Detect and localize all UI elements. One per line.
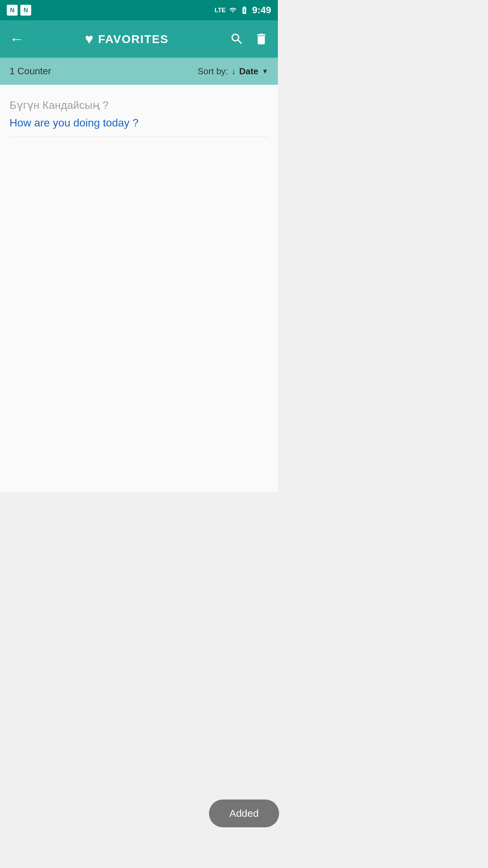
signal-icon <box>229 6 237 14</box>
n-icon-1: N <box>7 5 18 16</box>
app-title: FAVORITES <box>98 33 168 46</box>
sort-direction-icon: ↓ <box>231 66 236 77</box>
n-icon-2: N <box>20 5 31 16</box>
status-bar: N N LTE 9:49 <box>0 0 278 20</box>
sort-dropdown-icon[interactable]: ▼ <box>262 67 268 75</box>
status-bar-left: N N <box>7 5 31 16</box>
app-bar-actions <box>230 32 268 46</box>
heart-icon: ♥ <box>85 31 93 47</box>
content-area: Бүгүн Кандайсың ? How are you doing toda… <box>0 85 278 492</box>
status-time: 9:49 <box>252 5 271 16</box>
back-button[interactable]: ← <box>9 31 24 47</box>
search-button[interactable] <box>230 32 244 46</box>
sort-section[interactable]: Sort by: ↓ Date ▼ <box>198 66 268 77</box>
sort-label: Sort by: <box>198 66 228 77</box>
counter-text: 1 Counter <box>9 66 51 77</box>
battery-icon <box>240 6 249 15</box>
status-bar-right: LTE 9:49 <box>215 5 271 16</box>
lte-indicator: LTE <box>215 7 226 14</box>
phrase-item[interactable]: Бүгүн Кандайсың ? How are you doing toda… <box>9 92 268 137</box>
app-bar-center: ♥ FAVORITES <box>85 31 168 47</box>
sort-value: Date <box>239 66 258 77</box>
phrase-original: Бүгүн Кандайсың ? <box>9 98 268 113</box>
app-bar: ← ♥ FAVORITES <box>0 20 278 58</box>
phrase-translation: How are you doing today ? <box>9 116 268 130</box>
delete-button[interactable] <box>254 32 268 46</box>
counter-bar: 1 Counter Sort by: ↓ Date ▼ <box>0 58 278 85</box>
